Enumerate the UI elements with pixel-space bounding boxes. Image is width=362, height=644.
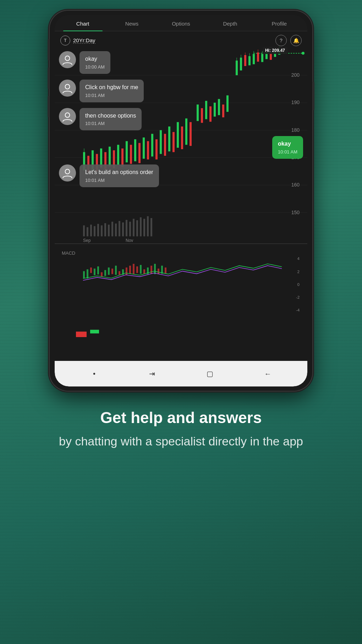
svg-text:-4: -4 bbox=[296, 308, 300, 312]
chart-area: T 20Yr:Day ? 🔔 Hi: 209.47 bbox=[55, 31, 307, 361]
footer-headline: Get help and answers bbox=[59, 408, 303, 427]
svg-rect-99 bbox=[165, 267, 166, 273]
svg-rect-79 bbox=[94, 269, 95, 275]
svg-rect-40 bbox=[209, 106, 212, 121]
svg-text:190: 190 bbox=[291, 99, 300, 105]
svg-rect-37 bbox=[197, 104, 199, 121]
svg-rect-103 bbox=[94, 226, 95, 237]
nav-back[interactable]: ← bbox=[261, 367, 275, 381]
svg-rect-105 bbox=[101, 225, 103, 236]
svg-text:-2: -2 bbox=[296, 295, 300, 299]
svg-rect-125 bbox=[76, 332, 87, 337]
svg-rect-71 bbox=[190, 122, 192, 146]
svg-rect-83 bbox=[108, 267, 110, 275]
svg-rect-84 bbox=[111, 269, 113, 274]
svg-rect-86 bbox=[119, 271, 120, 275]
svg-rect-80 bbox=[97, 266, 99, 275]
svg-rect-65 bbox=[164, 134, 166, 156]
svg-rect-117 bbox=[143, 219, 145, 236]
svg-rect-107 bbox=[108, 224, 110, 236]
svg-text:160: 160 bbox=[291, 182, 300, 188]
tab-news[interactable]: News bbox=[107, 15, 156, 31]
chart-symbol-text: 20Yr:Day bbox=[73, 37, 95, 44]
svg-rect-50 bbox=[100, 148, 102, 168]
svg-rect-108 bbox=[111, 222, 113, 236]
nav-dot[interactable]: • bbox=[87, 367, 102, 381]
phone-wrapper: Chart News Options Depth Profile T bbox=[50, 11, 312, 391]
footer-subtext: by chatting with a specialist directly i… bbox=[59, 433, 303, 450]
svg-rect-102 bbox=[90, 224, 92, 236]
svg-text:170: 170 bbox=[291, 155, 300, 160]
svg-rect-70 bbox=[185, 118, 187, 145]
svg-rect-44 bbox=[226, 95, 229, 112]
svg-rect-100 bbox=[83, 225, 85, 236]
svg-rect-112 bbox=[126, 220, 127, 236]
svg-rect-48 bbox=[92, 150, 94, 171]
svg-rect-92 bbox=[140, 265, 142, 274]
tab-chart[interactable]: Chart bbox=[58, 15, 107, 31]
svg-rect-67 bbox=[172, 132, 175, 152]
svg-rect-41 bbox=[214, 103, 216, 117]
svg-rect-101 bbox=[87, 227, 88, 237]
bottom-text-section: Get help and answers by chatting with a … bbox=[31, 408, 331, 450]
svg-rect-68 bbox=[177, 122, 179, 148]
ticker-icon: T bbox=[60, 36, 70, 45]
svg-rect-69 bbox=[181, 126, 183, 149]
svg-rect-51 bbox=[104, 152, 106, 169]
hi-label: Hi: 209.47 bbox=[263, 47, 287, 54]
svg-rect-61 bbox=[147, 141, 149, 159]
help-button[interactable]: ? bbox=[275, 35, 287, 46]
svg-rect-110 bbox=[119, 221, 120, 236]
svg-rect-95 bbox=[150, 266, 152, 274]
svg-rect-109 bbox=[115, 223, 117, 236]
svg-text:180: 180 bbox=[291, 127, 300, 132]
svg-rect-78 bbox=[90, 267, 92, 273]
svg-rect-52 bbox=[109, 147, 111, 167]
chart-svg: 200 190 180 170 160 150 bbox=[55, 31, 307, 361]
svg-rect-39 bbox=[205, 101, 207, 119]
svg-rect-126 bbox=[90, 330, 99, 333]
chart-action-icons: ? 🔔 bbox=[275, 35, 302, 46]
nav-recent[interactable]: ⇥ bbox=[145, 367, 159, 381]
svg-rect-55 bbox=[121, 148, 124, 167]
svg-rect-116 bbox=[140, 217, 142, 237]
svg-rect-64 bbox=[160, 130, 162, 154]
bottom-nav: • ⇥ ▢ ← bbox=[55, 361, 307, 386]
nav-tabs: Chart News Options Depth Profile bbox=[55, 15, 307, 31]
svg-rect-115 bbox=[136, 220, 138, 236]
svg-rect-104 bbox=[97, 224, 99, 236]
svg-rect-118 bbox=[147, 216, 149, 237]
svg-rect-96 bbox=[154, 264, 156, 274]
svg-rect-38 bbox=[201, 108, 203, 123]
svg-point-14 bbox=[302, 52, 305, 55]
svg-rect-111 bbox=[122, 222, 124, 236]
svg-rect-59 bbox=[138, 143, 141, 163]
svg-rect-0 bbox=[55, 31, 307, 361]
svg-rect-85 bbox=[115, 266, 117, 275]
alert-button[interactable]: 🔔 bbox=[290, 35, 302, 46]
svg-rect-76 bbox=[83, 271, 85, 278]
svg-rect-56 bbox=[126, 141, 128, 162]
svg-rect-114 bbox=[133, 219, 135, 236]
svg-rect-77 bbox=[87, 269, 88, 278]
svg-rect-93 bbox=[143, 269, 145, 274]
nav-home[interactable]: ▢ bbox=[203, 367, 217, 381]
svg-text:200: 200 bbox=[291, 72, 300, 78]
svg-rect-90 bbox=[133, 264, 135, 274]
svg-text:4: 4 bbox=[297, 256, 300, 261]
tab-profile[interactable]: Profile bbox=[255, 15, 304, 31]
svg-rect-97 bbox=[158, 269, 159, 274]
svg-rect-66 bbox=[168, 126, 170, 151]
tab-depth[interactable]: Depth bbox=[205, 15, 254, 31]
svg-rect-89 bbox=[129, 266, 131, 274]
svg-rect-49 bbox=[96, 154, 98, 171]
svg-rect-57 bbox=[130, 145, 132, 164]
svg-text:MACD: MACD bbox=[62, 250, 75, 256]
svg-rect-62 bbox=[151, 134, 153, 157]
chart-header: T 20Yr:Day ? 🔔 bbox=[55, 31, 307, 48]
svg-text:0: 0 bbox=[297, 282, 300, 286]
svg-rect-82 bbox=[104, 270, 106, 276]
chart-canvas: 200 190 180 170 160 150 bbox=[55, 31, 307, 361]
svg-rect-60 bbox=[143, 137, 145, 159]
tab-options[interactable]: Options bbox=[157, 15, 205, 31]
